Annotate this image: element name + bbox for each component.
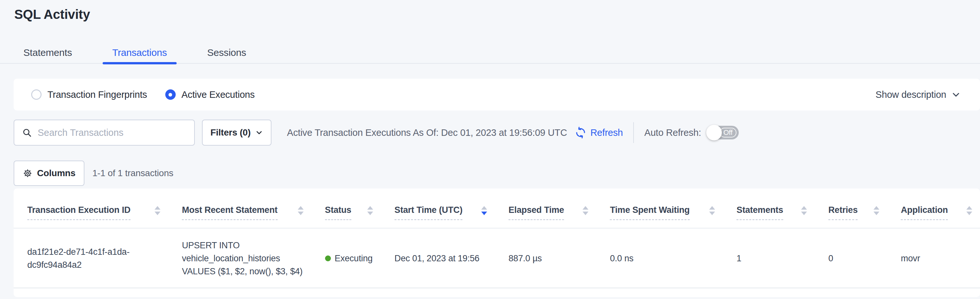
col-header-time-spent-waiting[interactable]: Time Spent Waiting [596, 189, 723, 228]
table-header-row: Transaction Execution ID Most Recent Sta… [14, 189, 980, 228]
sort-arrows-icon[interactable] [481, 206, 487, 215]
cell-retries: 0 [815, 228, 887, 288]
tab-bar: Statements Transactions Sessions [0, 47, 980, 64]
cell-time-spent-waiting: 0.0 ns [596, 228, 723, 288]
col-header-most-recent-statement[interactable]: Most Recent Statement [168, 189, 311, 228]
toolbar: Filters (0) Active Transaction Execution… [14, 120, 980, 146]
radio-label: Transaction Fingerprints [48, 90, 147, 100]
sort-arrows-icon[interactable] [154, 206, 161, 215]
col-header-statements[interactable]: Statements [723, 189, 815, 228]
transactions-table-card: Transaction Execution ID Most Recent Sta… [14, 189, 980, 297]
cell-elapsed-time: 887.0 µs [495, 228, 596, 288]
cell-application: movr [887, 228, 980, 288]
chevron-down-icon [951, 90, 961, 99]
radio-unselected-icon[interactable] [31, 90, 41, 100]
radio-label: Active Executions [181, 90, 255, 100]
as-of-text: Active Transaction Executions As Of: Dec… [287, 127, 567, 138]
col-header-retries[interactable]: Retries [815, 189, 887, 228]
col-header-elapsed-time[interactable]: Elapsed Time [495, 189, 596, 228]
result-count: 1-1 of 1 transactions [92, 168, 173, 178]
table-row: da1f21e2-de71-4c1f-a1da-dc9fc94a84a2 UPS… [14, 228, 980, 288]
auto-refresh-toggle[interactable]: Off [707, 126, 739, 139]
col-header-start-time[interactable]: Start Time (UTC) [381, 189, 495, 228]
tab-statements[interactable]: Statements [14, 47, 82, 63]
cell-statements: 1 [723, 228, 815, 288]
table-controls: Columns 1-1 of 1 transactions [14, 161, 980, 186]
sort-arrows-icon[interactable] [367, 206, 373, 215]
columns-label: Columns [37, 168, 75, 178]
sort-arrows-icon[interactable] [966, 206, 972, 215]
page-title: SQL Activity [14, 8, 980, 21]
refresh-label: Refresh [590, 127, 623, 138]
transactions-table: Transaction Execution ID Most Recent Sta… [14, 189, 980, 288]
auto-refresh-label: Auto Refresh: [644, 127, 701, 138]
radio-active-executions[interactable]: Active Executions [165, 90, 255, 100]
tab-sessions[interactable]: Sessions [197, 47, 256, 63]
gear-icon [23, 168, 32, 178]
cell-most-recent-statement: UPSERT INTO vehicle_location_histories V… [168, 228, 311, 288]
columns-button[interactable]: Columns [14, 161, 84, 186]
col-header-status[interactable]: Status [312, 189, 381, 228]
search-box[interactable] [14, 120, 195, 146]
toggle-state-label: Off [719, 128, 737, 138]
chevron-down-icon [255, 129, 263, 136]
sort-arrows-icon[interactable] [801, 206, 807, 215]
status-dot [325, 256, 331, 261]
search-input[interactable] [38, 127, 186, 138]
cell-start-time: Dec 01, 2023 at 19:56 [381, 228, 495, 288]
sort-arrows-icon[interactable] [298, 206, 304, 215]
sort-arrows-icon[interactable] [582, 206, 589, 215]
col-header-application[interactable]: Application [887, 189, 980, 228]
show-description-toggle[interactable]: Show description [875, 90, 961, 100]
refresh-button[interactable]: Refresh [575, 127, 623, 138]
search-icon [22, 128, 32, 138]
divider [633, 122, 634, 143]
show-description-label: Show description [875, 90, 946, 100]
view-mode-bar: Transaction Fingerprints Active Executio… [14, 78, 980, 110]
radio-transaction-fingerprints[interactable]: Transaction Fingerprints [31, 90, 147, 100]
cell-transaction-execution-id: da1f21e2-de71-4c1f-a1da-dc9fc94a84a2 [14, 228, 168, 288]
radio-selected-icon[interactable] [165, 90, 176, 100]
col-header-transaction-execution-id[interactable]: Transaction Execution ID [14, 189, 168, 228]
cell-status: Executing [312, 228, 381, 288]
toggle-knob[interactable] [706, 125, 722, 141]
status-label: Executing [335, 252, 373, 265]
refresh-icon [575, 127, 587, 138]
filters-label: Filters (0) [210, 127, 251, 138]
tab-transactions[interactable]: Transactions [103, 47, 177, 63]
sort-arrows-icon[interactable] [873, 206, 879, 215]
sort-arrows-icon[interactable] [709, 206, 715, 215]
filters-button[interactable]: Filters (0) [202, 120, 272, 146]
